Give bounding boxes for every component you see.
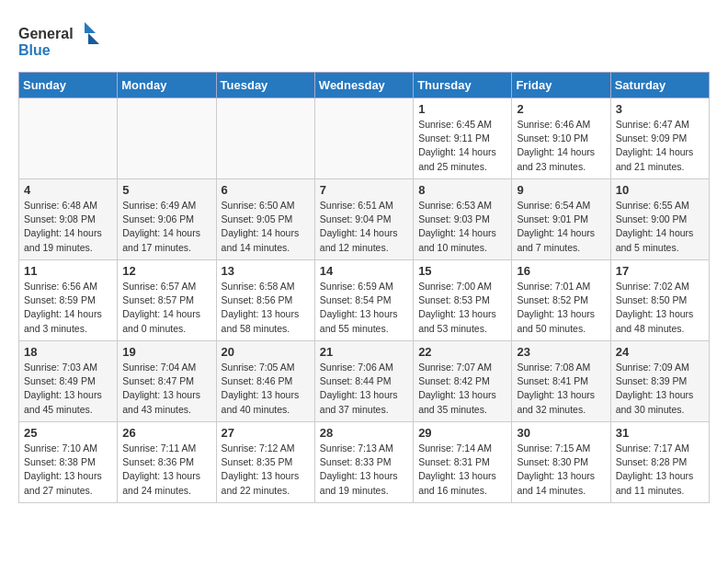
calendar-cell: 29Sunrise: 7:14 AM Sunset: 8:31 PM Dayli… (414, 422, 512, 503)
weekday-header-tuesday: Tuesday (216, 73, 314, 98)
calendar-cell: 25Sunrise: 7:10 AM Sunset: 8:38 PM Dayli… (19, 422, 118, 503)
day-number: 30 (517, 426, 605, 440)
calendar-cell: 14Sunrise: 6:59 AM Sunset: 8:54 PM Dayli… (314, 260, 413, 341)
calendar-body: 1Sunrise: 6:45 AM Sunset: 9:11 PM Daylig… (19, 98, 710, 503)
calendar-cell: 4Sunrise: 6:48 AM Sunset: 9:08 PM Daylig… (19, 179, 118, 260)
day-number: 7 (320, 183, 408, 197)
day-number: 29 (418, 426, 506, 440)
day-info: Sunrise: 6:50 AM Sunset: 9:05 PM Dayligh… (222, 199, 310, 255)
day-info: Sunrise: 7:14 AM Sunset: 8:31 PM Dayligh… (418, 442, 506, 498)
calendar-table: SundayMondayTuesdayWednesdayThursdayFrid… (18, 72, 710, 503)
calendar-cell: 26Sunrise: 7:11 AM Sunset: 8:36 PM Dayli… (118, 422, 216, 503)
day-number: 15 (418, 264, 506, 278)
calendar-cell: 11Sunrise: 6:56 AM Sunset: 8:59 PM Dayli… (19, 260, 118, 341)
day-number: 14 (320, 264, 408, 278)
day-info: Sunrise: 7:10 AM Sunset: 8:38 PM Dayligh… (24, 442, 112, 498)
svg-text:Blue: Blue (18, 42, 51, 58)
day-number: 19 (122, 345, 210, 359)
day-info: Sunrise: 7:00 AM Sunset: 8:53 PM Dayligh… (418, 280, 506, 336)
calendar-week-1: 1Sunrise: 6:45 AM Sunset: 9:11 PM Daylig… (19, 98, 710, 179)
logo-svg: General Blue (18, 18, 101, 63)
calendar-cell: 24Sunrise: 7:09 AM Sunset: 8:39 PM Dayli… (610, 341, 709, 422)
day-number: 28 (320, 426, 408, 440)
calendar-cell: 8Sunrise: 6:53 AM Sunset: 9:03 PM Daylig… (414, 179, 512, 260)
calendar-cell: 7Sunrise: 6:51 AM Sunset: 9:04 PM Daylig… (314, 179, 413, 260)
day-info: Sunrise: 6:49 AM Sunset: 9:06 PM Dayligh… (122, 199, 210, 255)
calendar-cell: 22Sunrise: 7:07 AM Sunset: 8:42 PM Dayli… (414, 341, 512, 422)
calendar-cell: 1Sunrise: 6:45 AM Sunset: 9:11 PM Daylig… (414, 98, 512, 179)
day-info: Sunrise: 7:05 AM Sunset: 8:46 PM Dayligh… (222, 361, 310, 417)
day-info: Sunrise: 6:51 AM Sunset: 9:04 PM Dayligh… (320, 199, 408, 255)
calendar-cell: 28Sunrise: 7:13 AM Sunset: 8:33 PM Dayli… (314, 422, 413, 503)
day-number: 1 (418, 102, 506, 116)
weekday-header-row: SundayMondayTuesdayWednesdayThursdayFrid… (19, 73, 710, 98)
day-info: Sunrise: 6:55 AM Sunset: 9:00 PM Dayligh… (616, 199, 704, 255)
day-number: 10 (616, 183, 704, 197)
day-info: Sunrise: 7:11 AM Sunset: 8:36 PM Dayligh… (122, 442, 210, 498)
day-info: Sunrise: 7:03 AM Sunset: 8:49 PM Dayligh… (24, 361, 112, 417)
weekday-header-wednesday: Wednesday (314, 73, 413, 98)
calendar-cell: 10Sunrise: 6:55 AM Sunset: 9:00 PM Dayli… (610, 179, 709, 260)
calendar-week-3: 11Sunrise: 6:56 AM Sunset: 8:59 PM Dayli… (19, 260, 710, 341)
weekday-header-saturday: Saturday (610, 73, 709, 98)
day-info: Sunrise: 7:08 AM Sunset: 8:41 PM Dayligh… (517, 361, 605, 417)
day-number: 2 (517, 102, 605, 116)
calendar-week-2: 4Sunrise: 6:48 AM Sunset: 9:08 PM Daylig… (19, 179, 710, 260)
calendar-cell: 2Sunrise: 6:46 AM Sunset: 9:10 PM Daylig… (512, 98, 610, 179)
day-info: Sunrise: 6:54 AM Sunset: 9:01 PM Dayligh… (517, 199, 605, 255)
calendar-cell: 19Sunrise: 7:04 AM Sunset: 8:47 PM Dayli… (118, 341, 216, 422)
day-number: 26 (122, 426, 210, 440)
calendar-cell (19, 98, 118, 179)
weekday-header-thursday: Thursday (414, 73, 512, 98)
calendar-cell: 18Sunrise: 7:03 AM Sunset: 8:49 PM Dayli… (19, 341, 118, 422)
calendar-week-4: 18Sunrise: 7:03 AM Sunset: 8:49 PM Dayli… (19, 341, 710, 422)
day-number: 31 (616, 426, 704, 440)
svg-text:General: General (18, 26, 74, 41)
day-number: 8 (418, 183, 506, 197)
day-number: 17 (616, 264, 704, 278)
day-number: 6 (222, 183, 310, 197)
day-number: 27 (222, 426, 310, 440)
day-info: Sunrise: 6:59 AM Sunset: 8:54 PM Dayligh… (320, 280, 408, 336)
calendar-cell: 30Sunrise: 7:15 AM Sunset: 8:30 PM Dayli… (512, 422, 610, 503)
calendar-cell: 5Sunrise: 6:49 AM Sunset: 9:06 PM Daylig… (118, 179, 216, 260)
day-info: Sunrise: 7:13 AM Sunset: 8:33 PM Dayligh… (320, 442, 408, 498)
calendar-cell: 15Sunrise: 7:00 AM Sunset: 8:53 PM Dayli… (414, 260, 512, 341)
day-number: 23 (517, 345, 605, 359)
calendar-cell: 23Sunrise: 7:08 AM Sunset: 8:41 PM Dayli… (512, 341, 610, 422)
day-info: Sunrise: 7:15 AM Sunset: 8:30 PM Dayligh… (517, 442, 605, 498)
calendar-cell: 6Sunrise: 6:50 AM Sunset: 9:05 PM Daylig… (216, 179, 314, 260)
day-info: Sunrise: 7:06 AM Sunset: 8:44 PM Dayligh… (320, 361, 408, 417)
day-info: Sunrise: 7:02 AM Sunset: 8:50 PM Dayligh… (616, 280, 704, 336)
logo: General Blue (18, 18, 101, 63)
day-number: 3 (616, 102, 704, 116)
day-info: Sunrise: 6:46 AM Sunset: 9:10 PM Dayligh… (517, 118, 605, 174)
day-info: Sunrise: 7:09 AM Sunset: 8:39 PM Dayligh… (616, 361, 704, 417)
calendar-cell: 17Sunrise: 7:02 AM Sunset: 8:50 PM Dayli… (610, 260, 709, 341)
day-info: Sunrise: 6:57 AM Sunset: 8:57 PM Dayligh… (122, 280, 210, 336)
day-number: 11 (24, 264, 112, 278)
calendar-cell: 16Sunrise: 7:01 AM Sunset: 8:52 PM Dayli… (512, 260, 610, 341)
svg-marker-3 (88, 33, 99, 44)
calendar-cell (314, 98, 413, 179)
day-number: 16 (517, 264, 605, 278)
calendar-week-5: 25Sunrise: 7:10 AM Sunset: 8:38 PM Dayli… (19, 422, 710, 503)
day-info: Sunrise: 6:58 AM Sunset: 8:56 PM Dayligh… (222, 280, 310, 336)
svg-marker-2 (85, 22, 96, 33)
day-number: 25 (24, 426, 112, 440)
day-info: Sunrise: 6:56 AM Sunset: 8:59 PM Dayligh… (24, 280, 112, 336)
day-number: 18 (24, 345, 112, 359)
day-info: Sunrise: 7:07 AM Sunset: 8:42 PM Dayligh… (418, 361, 506, 417)
day-info: Sunrise: 6:45 AM Sunset: 9:11 PM Dayligh… (418, 118, 506, 174)
day-info: Sunrise: 7:17 AM Sunset: 8:28 PM Dayligh… (616, 442, 704, 498)
calendar-cell (118, 98, 216, 179)
day-info: Sunrise: 7:12 AM Sunset: 8:35 PM Dayligh… (222, 442, 310, 498)
day-info: Sunrise: 6:53 AM Sunset: 9:03 PM Dayligh… (418, 199, 506, 255)
calendar-cell: 27Sunrise: 7:12 AM Sunset: 8:35 PM Dayli… (216, 422, 314, 503)
day-number: 13 (222, 264, 310, 278)
day-number: 22 (418, 345, 506, 359)
weekday-header-friday: Friday (512, 73, 610, 98)
calendar-cell: 31Sunrise: 7:17 AM Sunset: 8:28 PM Dayli… (610, 422, 709, 503)
day-number: 5 (122, 183, 210, 197)
calendar-cell (216, 98, 314, 179)
